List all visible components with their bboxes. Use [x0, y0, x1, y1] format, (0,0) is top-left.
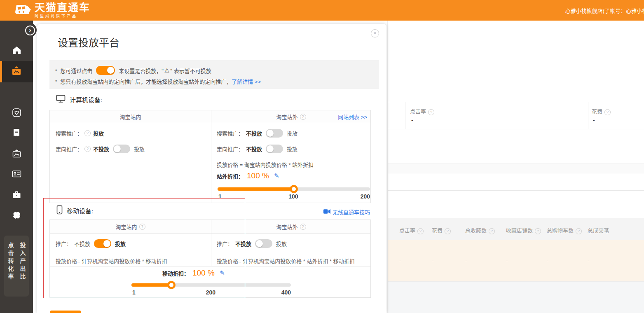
- stat-cost-label: 花费: [592, 107, 611, 115]
- stat-ctr-label: 点击率: [410, 107, 434, 115]
- receipt-list-icon: [12, 128, 21, 139]
- help-icon[interactable]: [445, 228, 451, 234]
- col-header: 收藏店铺数: [506, 226, 541, 234]
- mobile-taobao-out-header: 淘宝站外: [211, 220, 371, 233]
- computer-section-title: 计算机设备:: [56, 95, 102, 104]
- tick-min: 1: [218, 193, 222, 200]
- brand-logo[interactable]: 天猫直通车 阿里妈妈旗下产品: [14, 2, 90, 19]
- comp-in-target-toggle[interactable]: [113, 145, 130, 153]
- offsite-discount-line: 站外折扣： 100 %: [217, 171, 279, 181]
- sidebar-item-reports[interactable]: [0, 123, 33, 144]
- help-icon[interactable]: [300, 224, 306, 230]
- table-header-row: 点击率 花费 总收藏数 收藏店铺数 总购物车数 总成交笔: [388, 218, 644, 241]
- help-icon[interactable]: [428, 109, 434, 115]
- col-header: 总成交笔: [588, 226, 609, 234]
- slider-knob[interactable]: [290, 185, 298, 193]
- help-icon[interactable]: [417, 228, 424, 234]
- mobile-platform-table: 淘宝站内 淘宝站外 推广： 不投放 投放 推广： 不投放 投放 投放价格= 计算…: [49, 220, 371, 298]
- cell-value: -: [432, 257, 433, 264]
- mobile-in-promo-toggle[interactable]: [94, 239, 111, 248]
- tick-max: 400: [281, 289, 291, 296]
- cell-value: -: [399, 257, 401, 264]
- divider-band: [388, 164, 644, 173]
- site-list-link[interactable]: 网站列表 >>: [338, 113, 367, 121]
- tick-mid: 200: [206, 289, 215, 296]
- learn-more-link[interactable]: 了解详情 >>: [232, 77, 261, 85]
- help-icon[interactable]: [604, 109, 611, 115]
- col-header: 总购物车数: [547, 226, 582, 234]
- set-platform-dialog: 设置投放平台 • 您可通过点击 来设置是否投放，" " 表示暂不可投放 • 您只…: [37, 24, 386, 313]
- help-icon[interactable]: [300, 114, 306, 120]
- table-row[interactable]: - - - - - -: [388, 240, 644, 281]
- notice-line-2: • 您只有投放淘宝站内的定向推广后，才能选择投放淘宝站外的定向推广， 了解详情 …: [55, 76, 373, 86]
- mobile-discount-value: 100 %: [192, 269, 215, 278]
- cell-value: -: [465, 257, 467, 264]
- mobile-in-price-formula: 投放价格= 计算机淘宝站内投放价格 * 移动折扣: [56, 257, 167, 265]
- help-icon[interactable]: [139, 224, 145, 230]
- help-icon[interactable]: [576, 228, 582, 234]
- wireless-tips-link[interactable]: 无线直通车技巧: [323, 208, 370, 216]
- help-icon[interactable]: [489, 228, 495, 234]
- offsite-discount-value: 100 %: [247, 171, 269, 180]
- slider-knob[interactable]: [167, 281, 176, 289]
- stat-ctr-value: -: [411, 117, 413, 124]
- notice-box: • 您可通过点击 来设置是否投放，" " 表示暂不可投放 • 您只有投放淘宝站内…: [49, 60, 379, 89]
- collapse-chevron-icon[interactable]: [25, 26, 35, 35]
- sidebar-collapse[interactable]: [23, 23, 37, 37]
- col-header: 总收藏数: [465, 226, 495, 234]
- tick-mid: 100: [288, 193, 298, 200]
- mobile-discount-line: 移动折扣： 100 %: [162, 268, 225, 278]
- idcard-icon: [12, 169, 22, 180]
- comp-out-search-toggle[interactable]: [266, 129, 283, 138]
- gallery-icon: [12, 149, 22, 160]
- comp-in-search-row: 搜索推广： 投放: [56, 129, 104, 138]
- notice-line-1: • 您可通过点击 来设置是否投放，" " 表示暂不可投放: [55, 65, 373, 76]
- account-name[interactable]: 心雅小栈旗舰店(子帐号：心雅小栈: [565, 7, 644, 14]
- phone-icon: [56, 205, 63, 216]
- campaign-picture-icon: [11, 66, 22, 78]
- aperture-disc-icon: [12, 210, 22, 222]
- sidebar-item-gallery[interactable]: [0, 144, 33, 165]
- offsite-discount-slider[interactable]: 1 100 200: [218, 187, 370, 191]
- mobile-out-promo-row: 推广： 不投放 投放: [217, 239, 287, 248]
- tick-min: 1: [132, 289, 136, 296]
- tick-max: 200: [361, 193, 370, 200]
- top-header: 天猫直通车 阿里妈妈旗下产品 心雅小栈旗舰店(子帐号：心雅小栈: [0, 0, 644, 21]
- cell-value: -: [588, 257, 589, 264]
- cell-value: -: [506, 257, 508, 264]
- sidebar-item-tools[interactable]: [0, 185, 33, 206]
- sidebar-item-home[interactable]: [0, 41, 33, 61]
- comp-out-target-toggle[interactable]: [266, 145, 283, 153]
- mobile-discount-slider[interactable]: 1 200 400: [131, 283, 291, 287]
- col-header: 花费: [432, 226, 451, 234]
- mobile-section-title: 移动设备:: [56, 205, 93, 216]
- mobile-out-promo-toggle[interactable]: [255, 239, 272, 248]
- sidebar-item-favorites[interactable]: [0, 103, 33, 124]
- bullet: •: [55, 78, 57, 84]
- train-logo-icon: [14, 2, 31, 19]
- cell-value: -: [547, 257, 548, 264]
- edit-pencil-icon[interactable]: [274, 172, 279, 180]
- comp-out-target-row: 定向推广： 不投放 投放: [217, 145, 297, 153]
- computer-platform-table: 淘宝站内 淘宝站外 网站列表 >> 搜索推广： 投放 定向推广： 不投放 投放 …: [49, 110, 371, 203]
- help-icon[interactable]: [84, 130, 91, 136]
- example-toggle: [96, 66, 115, 75]
- comp-out-price-formula: 投放价格 = 淘宝站内投放价格 * 站外折扣: [217, 161, 314, 168]
- computer-taobao-out-header: 淘宝站外 网站列表 >>: [211, 110, 371, 123]
- close-icon[interactable]: [371, 29, 379, 37]
- sidebar-item-campaign-active[interactable]: [0, 61, 33, 82]
- bullet: •: [55, 68, 57, 73]
- brand-subtitle: 阿里妈妈旗下产品: [35, 13, 90, 19]
- confirm-button[interactable]: [50, 311, 81, 313]
- dialog-title: 设置投放平台: [58, 35, 119, 49]
- edit-pencil-icon[interactable]: [220, 269, 225, 277]
- col-header: 点击率: [399, 226, 424, 234]
- computer-icon: [56, 95, 66, 104]
- help-icon[interactable]: [84, 146, 91, 152]
- mobile-taobao-in-header: 淘宝站内: [50, 220, 211, 233]
- sidebar-item-contacts[interactable]: [0, 164, 33, 185]
- help-icon[interactable]: [535, 228, 541, 234]
- sidebar-item-services[interactable]: [0, 206, 33, 226]
- stats-row: 点击率 - 花费 -: [388, 102, 644, 129]
- sidebar-metrics-panel[interactable]: 点击转化率 投入产出比: [4, 236, 29, 297]
